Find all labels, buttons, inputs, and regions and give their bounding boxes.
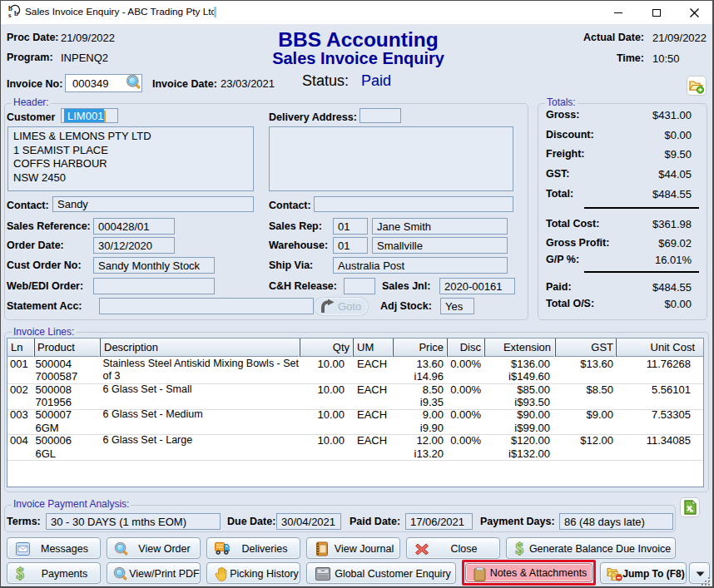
- svg-text:$: $: [17, 566, 25, 582]
- svg-text:$: $: [516, 541, 524, 557]
- svg-text:s: s: [8, 11, 12, 19]
- svg-text:b: b: [14, 9, 18, 17]
